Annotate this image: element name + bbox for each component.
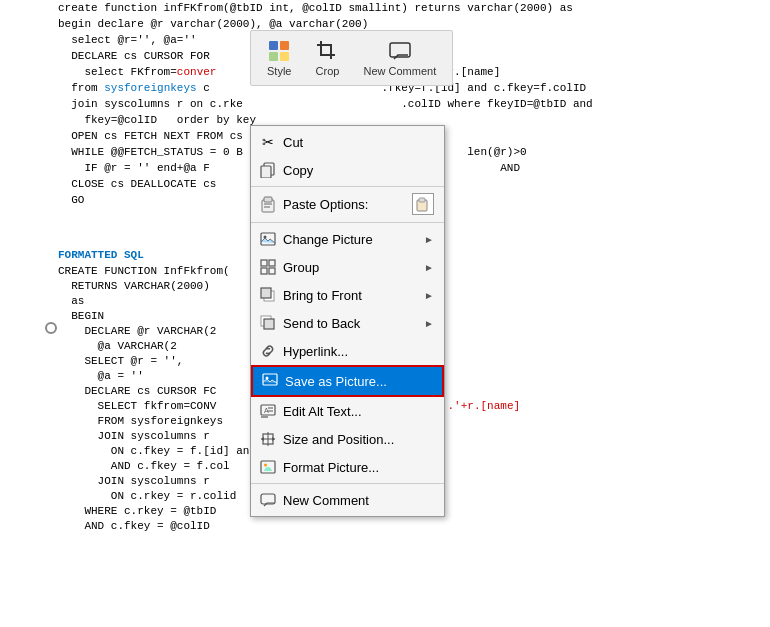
svg-rect-1: [280, 41, 289, 50]
crop-label: Crop: [316, 65, 340, 77]
format-picture-svg: [260, 459, 276, 475]
send-to-back-svg: [260, 315, 276, 331]
hyperlink-svg: [260, 343, 276, 359]
style-button[interactable]: Style: [259, 35, 299, 81]
menu-item-group[interactable]: Group ►: [251, 253, 444, 281]
svg-rect-23: [263, 374, 277, 385]
new-comment-toolbar-label: New Comment: [363, 65, 436, 77]
svg-rect-17: [261, 268, 267, 274]
save-as-picture-svg: [262, 373, 278, 389]
send-to-back-icon: [259, 314, 277, 332]
svg-rect-6: [261, 166, 271, 178]
svg-rect-0: [269, 41, 278, 50]
svg-point-36: [264, 464, 267, 467]
menu-item-bring-to-front[interactable]: Bring to Front ►: [251, 281, 444, 309]
change-picture-svg: [260, 231, 276, 247]
crop-button[interactable]: Crop: [307, 35, 347, 81]
format-picture-label: Format Picture...: [283, 460, 434, 475]
bring-to-front-arrow: ►: [424, 290, 434, 301]
svg-rect-8: [264, 197, 272, 202]
group-label: Group: [283, 260, 418, 275]
svg-rect-12: [419, 198, 425, 202]
new-comment-icon: [388, 39, 412, 63]
hyperlink-icon: [259, 342, 277, 360]
edit-alt-text-icon: A: [259, 402, 277, 420]
copy-icon: [259, 161, 277, 179]
change-picture-arrow: ►: [424, 234, 434, 245]
group-svg: [260, 259, 276, 275]
toolbar: Style Crop New Comment: [250, 30, 453, 86]
send-to-back-label: Send to Back: [283, 316, 418, 331]
menu-item-hyperlink[interactable]: Hyperlink...: [251, 337, 444, 365]
group-icon: [259, 258, 277, 276]
svg-rect-2: [269, 52, 278, 61]
format-picture-icon: [259, 458, 277, 476]
change-picture-icon: [259, 230, 277, 248]
circle-indicator: [45, 322, 57, 334]
svg-rect-13: [261, 233, 275, 245]
edit-alt-text-svg: A: [260, 403, 276, 419]
cut-icon: ✂: [259, 133, 277, 151]
menu-item-paste-options[interactable]: Paste Options:: [251, 186, 444, 220]
svg-rect-15: [261, 260, 267, 266]
new-comment-menu-svg: [260, 492, 276, 508]
svg-rect-22: [264, 319, 274, 329]
edit-alt-text-label: Edit Alt Text...: [283, 404, 434, 419]
menu-item-save-as-picture[interactable]: Save as Picture...: [251, 365, 444, 397]
paste-option-icon[interactable]: [412, 193, 434, 215]
paste-option-svg: [415, 196, 431, 212]
bring-to-front-svg: [260, 287, 276, 303]
size-and-position-label: Size and Position...: [283, 432, 434, 447]
save-as-picture-label: Save as Picture...: [285, 374, 432, 389]
separator-2: [251, 483, 444, 484]
cut-label: Cut: [283, 135, 434, 150]
paste-label: Paste Options:: [283, 197, 402, 212]
svg-rect-10: [264, 206, 270, 208]
bring-to-front-icon: [259, 286, 277, 304]
menu-item-copy[interactable]: Copy: [251, 156, 444, 184]
svg-rect-3: [280, 52, 289, 61]
formatted-sql-label: FORMATTED SQL: [58, 248, 144, 263]
svg-rect-18: [269, 268, 275, 274]
new-comment-toolbar-button[interactable]: New Comment: [355, 35, 444, 81]
size-and-position-svg: [260, 431, 276, 447]
size-and-position-icon: [259, 430, 277, 448]
menu-item-edit-alt-text[interactable]: A Edit Alt Text...: [251, 397, 444, 425]
menu-item-new-comment[interactable]: New Comment: [251, 486, 444, 514]
new-comment-menu-icon: [259, 491, 277, 509]
group-arrow: ►: [424, 262, 434, 273]
context-menu: ✂ Cut Copy Paste Options:: [250, 125, 445, 517]
svg-rect-16: [269, 260, 275, 266]
send-to-back-arrow: ►: [424, 318, 434, 329]
style-icon: [267, 39, 291, 63]
style-label: Style: [267, 65, 291, 77]
bring-to-front-label: Bring to Front: [283, 288, 418, 303]
change-picture-label: Change Picture: [283, 232, 418, 247]
crop-icon: [315, 39, 339, 63]
paste-icon: [259, 195, 277, 213]
svg-rect-9: [264, 203, 272, 205]
separator-1: [251, 222, 444, 223]
svg-rect-20: [261, 288, 271, 298]
menu-item-send-to-back[interactable]: Send to Back ►: [251, 309, 444, 337]
menu-item-format-picture[interactable]: Format Picture...: [251, 453, 444, 481]
copy-label: Copy: [283, 163, 434, 178]
hyperlink-label: Hyperlink...: [283, 344, 434, 359]
save-as-picture-icon: [261, 372, 279, 390]
menu-item-cut[interactable]: ✂ Cut: [251, 128, 444, 156]
copy-svg: [260, 162, 276, 178]
menu-item-change-picture[interactable]: Change Picture ►: [251, 225, 444, 253]
menu-item-size-and-position[interactable]: Size and Position...: [251, 425, 444, 453]
new-comment-menu-label: New Comment: [283, 493, 434, 508]
paste-svg: [259, 195, 277, 213]
